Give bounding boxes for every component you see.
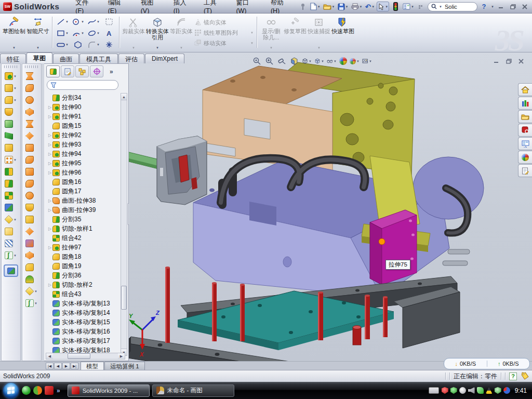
appearances-tab[interactable] bbox=[518, 151, 532, 164]
help-dropdown-icon[interactable]: ▼ bbox=[491, 5, 494, 8]
trim-entities-button[interactable]: 剪裁实体 ▼ bbox=[122, 15, 145, 50]
panel-overflow-icon[interactable]: » bbox=[110, 68, 113, 75]
view-orientation-icon[interactable]: ▼ bbox=[302, 56, 312, 66]
tree-item[interactable]: 拉伸90 bbox=[46, 102, 118, 112]
select-tool-button[interactable]: ▼ bbox=[377, 2, 389, 11]
window-restore-button[interactable] bbox=[508, 2, 518, 11]
tree-filter-box[interactable] bbox=[47, 80, 118, 90]
tree-item[interactable]: 组合42 bbox=[46, 233, 118, 243]
search-input[interactable] bbox=[444, 3, 473, 10]
tree-vertical-scrollbar[interactable]: ▲ ▼ bbox=[121, 93, 127, 356]
network-warning-tray-icon[interactable] bbox=[486, 387, 493, 394]
security-tray-icon[interactable] bbox=[450, 387, 457, 394]
scroll-right-icon[interactable]: ▶ bbox=[118, 353, 125, 359]
tree-item[interactable]: 分割35 bbox=[46, 215, 118, 224]
offset-entities-button[interactable]: 等距实体 ▼ bbox=[169, 15, 193, 50]
model-3d-view[interactable]: Y Z X bbox=[129, 52, 532, 361]
document-tab[interactable]: 运动算例 1 bbox=[104, 362, 145, 370]
tree-item[interactable]: 实体-移动/复制15 bbox=[46, 317, 118, 327]
text-icon[interactable]: A bbox=[101, 28, 117, 39]
quick-tips-help-icon[interactable]: ? bbox=[509, 373, 517, 380]
view-settings-icon[interactable]: ▼ bbox=[362, 56, 372, 66]
instant3d-button[interactable] bbox=[4, 264, 18, 277]
tab-nav-button[interactable]: ▶ bbox=[62, 363, 70, 369]
display-style-icon[interactable]: ▼ bbox=[314, 56, 324, 66]
tree-item[interactable]: 实体-移动/复制17 bbox=[46, 336, 118, 345]
tags-icon[interactable] bbox=[521, 372, 529, 380]
document-restore-button[interactable] bbox=[504, 57, 513, 65]
zoom-selection-icon[interactable] bbox=[277, 56, 287, 66]
tree-expander-icon[interactable] bbox=[47, 170, 52, 175]
point-icon[interactable] bbox=[101, 39, 117, 50]
tree-expander-icon[interactable] bbox=[47, 142, 52, 147]
smart-dimension-button[interactable]: 智能尺寸 ▼ bbox=[26, 15, 50, 50]
save-button[interactable]: ▼ bbox=[337, 2, 349, 11]
window-close-button[interactable] bbox=[520, 2, 530, 11]
tab-dimxpert-manager[interactable] bbox=[90, 65, 103, 77]
keyboard-language-icon[interactable] bbox=[429, 387, 439, 394]
custom-properties-tab[interactable] bbox=[518, 164, 532, 177]
quick-launch-solidworks-icon[interactable] bbox=[45, 386, 54, 395]
command-tab[interactable]: 特征 bbox=[0, 54, 26, 63]
view-palette-tab[interactable] bbox=[518, 137, 532, 150]
spline-icon[interactable]: ▼ bbox=[86, 16, 101, 28]
command-tab[interactable]: 模具工具 bbox=[79, 54, 118, 63]
tree-item[interactable]: 拉伸92 bbox=[46, 130, 118, 140]
tree-item[interactable]: 拉伸93 bbox=[46, 140, 118, 149]
vertical-scroll-thumb[interactable] bbox=[121, 286, 127, 310]
repair-sketch-button[interactable]: 修复草图 bbox=[283, 15, 307, 50]
tab-nav-button[interactable]: ◀ bbox=[54, 363, 62, 369]
select-region-icon[interactable] bbox=[101, 16, 117, 28]
tab-nav-button[interactable]: ▶| bbox=[71, 363, 78, 369]
window-minimize-button[interactable] bbox=[496, 2, 506, 11]
tree-item[interactable]: 拉伸96 bbox=[46, 168, 118, 177]
taskbar-clock[interactable]: 9:41 bbox=[515, 387, 527, 394]
pin-toolbar-icon[interactable] bbox=[298, 2, 308, 11]
overflow-tools-icon[interactable] bbox=[416, 2, 426, 11]
graphics-viewport[interactable]: Y Z X ▼ ▼ ▼ ▼ ▼ bbox=[129, 52, 532, 361]
document-close-button[interactable] bbox=[516, 57, 526, 65]
tree-expander-icon[interactable] bbox=[47, 114, 52, 119]
tree-item[interactable]: 组合43 bbox=[46, 289, 118, 299]
tree-item[interactable]: 切除-放样2 bbox=[46, 280, 118, 289]
tree-expander-icon[interactable] bbox=[47, 198, 52, 203]
edit-appearance-icon[interactable] bbox=[339, 57, 347, 65]
print-button[interactable]: ▼ bbox=[351, 2, 363, 11]
tab-feature-manager[interactable] bbox=[46, 65, 60, 77]
toolbar-drag-handle[interactable] bbox=[4, 65, 18, 68]
tree-item[interactable]: 拉伸91 bbox=[46, 112, 118, 121]
tree-expander-icon[interactable] bbox=[47, 208, 52, 212]
section-view-icon[interactable] bbox=[289, 56, 299, 66]
line-icon[interactable]: ▼ bbox=[55, 16, 70, 28]
sketch-fillet-icon[interactable]: ▼ bbox=[86, 39, 101, 50]
sketch-button[interactable]: 草图绘制 ▼ bbox=[2, 15, 26, 50]
document-minimize-button[interactable] bbox=[491, 57, 501, 65]
ellipse-icon[interactable]: ▼ bbox=[86, 28, 101, 39]
tree-expander-icon[interactable] bbox=[47, 133, 52, 138]
slot-icon[interactable]: ▼ bbox=[55, 39, 70, 50]
part-slide-magenta[interactable] bbox=[370, 210, 417, 285]
linear-sketch-pattern-button[interactable]: 线性草图阵列 ▼ bbox=[193, 28, 255, 38]
tree-item[interactable]: 拉伸97 bbox=[46, 243, 118, 252]
horizontal-scroll-thumb[interactable] bbox=[68, 353, 90, 359]
tree-expander-icon[interactable] bbox=[47, 283, 52, 287]
tree-item[interactable]: 分割34 bbox=[46, 93, 118, 102]
mirror-entities-button[interactable]: 镜向实体 bbox=[193, 17, 255, 28]
scroll-left-icon[interactable]: ◀ bbox=[46, 353, 53, 359]
tree-item[interactable]: 实体-移动/复制16 bbox=[46, 327, 118, 336]
rapid-sketch-button[interactable]: 快速草图 bbox=[331, 15, 355, 50]
tree-item[interactable]: 实体-移动/复制14 bbox=[46, 308, 118, 317]
search-results-tab[interactable] bbox=[518, 124, 532, 137]
rebuild-traffic-light-icon[interactable] bbox=[391, 2, 401, 11]
file-explorer-tab[interactable] bbox=[518, 110, 532, 123]
options-button[interactable]: ▼ bbox=[402, 2, 415, 11]
command-tab[interactable]: DimXpert bbox=[145, 54, 184, 63]
command-tab[interactable]: 评估 bbox=[118, 54, 144, 63]
tree-expander-icon[interactable] bbox=[47, 161, 52, 166]
tree-expander-icon[interactable] bbox=[47, 245, 52, 250]
tree-item[interactable]: 圆角17 bbox=[46, 187, 118, 196]
search-box[interactable]: ▼ bbox=[428, 2, 477, 11]
polygon-icon[interactable] bbox=[70, 39, 86, 50]
zoom-area-icon[interactable] bbox=[264, 56, 274, 66]
tree-item[interactable]: 曲面-拉伸38 bbox=[46, 196, 118, 205]
